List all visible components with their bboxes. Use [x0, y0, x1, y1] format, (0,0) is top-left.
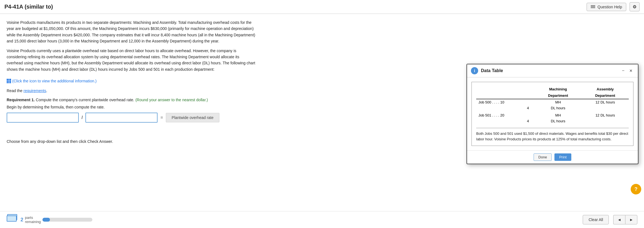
data-table-footer: Done Print — [467, 150, 638, 164]
green-hint: (Round your answer to the nearest dollar… — [135, 98, 208, 102]
progress-bar — [42, 218, 92, 222]
page-title: P4-41A (similar to) — [4, 4, 53, 10]
choose-instruction: Choose from any drop-down list and then … — [7, 139, 256, 144]
formula-input-1[interactable] — [7, 113, 79, 123]
formula-result: Plantwide overhead rate — [166, 113, 219, 122]
col-header-machining-top: Machining — [534, 86, 582, 92]
gear-button[interactable]: ⚙ — [630, 2, 640, 11]
list-icon — [591, 5, 596, 9]
paragraph2: Voisine Products currently uses a plantw… — [7, 48, 256, 73]
table-row: 4 DL hours — [476, 105, 629, 111]
grid-icon — [7, 79, 11, 83]
table-row: Job 501 . . . . 20 MH 12 DL hours — [476, 111, 629, 118]
data-table-note: Both Jobs 500 and 501 used $1,500 of dir… — [476, 128, 629, 142]
bottom-bar: 2 parts remaining Clear All ◄ ► — [0, 211, 644, 228]
formula-input-2[interactable] — [85, 113, 158, 123]
data-table-overlay: i Data Table − × — [466, 64, 638, 164]
question-help-button[interactable]: Question Help — [587, 3, 626, 11]
col-header-empty — [476, 86, 534, 92]
content-area: Voisine Products manufactures its produc… — [0, 14, 644, 211]
click-icon-link[interactable]: (Click the icon to view the additional i… — [7, 78, 97, 84]
click-icon-line: (Click the icon to view the additional i… — [7, 76, 256, 84]
data-table-inner: Machining Assembly Department Department — [471, 82, 633, 146]
formula-divider-slash: / — [82, 115, 83, 120]
nav-arrows: ◄ ► — [613, 215, 637, 224]
svg-rect-0 — [591, 5, 595, 6]
requirements-line: Read the requirements. — [7, 88, 256, 94]
requirement-section: Requirement 1. Compute the company's cur… — [7, 98, 256, 123]
bottom-left: 2 parts remaining — [7, 214, 92, 225]
col-header-assembly-bottom: Department — [582, 92, 629, 99]
title-bar: P4-41A (similar to) Question Help ⚙ — [0, 0, 644, 14]
paragraph1: Voisine Products manufactures its produc… — [7, 19, 256, 44]
minimize-button[interactable]: − — [620, 68, 626, 74]
requirements-link[interactable]: requirements — [24, 88, 46, 93]
svg-rect-2 — [591, 7, 595, 8]
data-table-title: Data Table — [481, 68, 503, 73]
col-header-empty-2 — [476, 92, 534, 99]
problem-text: Voisine Products manufactures its produc… — [7, 19, 256, 94]
print-button[interactable]: Print — [554, 153, 571, 161]
main-window: P4-41A (similar to) Question Help ⚙ Vois… — [0, 0, 644, 228]
svg-rect-1 — [591, 6, 595, 7]
data-table: Machining Assembly Department Department — [476, 86, 629, 124]
parts-icon — [7, 214, 18, 225]
info-icon: i — [471, 67, 478, 74]
clear-all-button[interactable]: Clear All — [583, 215, 609, 224]
nav-right-button[interactable]: ► — [625, 215, 637, 224]
formula-equals: = — [160, 115, 163, 120]
help-bubble-button[interactable]: ? — [631, 184, 641, 194]
data-table-header: i Data Table − × — [467, 64, 638, 77]
nav-left-button[interactable]: ◄ — [613, 215, 625, 224]
requirement-title: Requirement 1. Compute the company's cur… — [7, 98, 256, 102]
formula-instruction: Begin by determining the formula, then c… — [7, 105, 256, 109]
parts-number: 2 — [21, 217, 23, 223]
data-table-content: Machining Assembly Department Department — [467, 77, 638, 150]
close-button[interactable]: × — [628, 67, 634, 74]
col-header-machining-bottom: Department — [534, 92, 582, 99]
table-row: 4 DL hours — [476, 118, 629, 124]
progress-bar-fill — [42, 218, 50, 222]
formula-row: / = Plantwide overhead rate — [7, 113, 256, 123]
data-table-title-area: i Data Table — [471, 67, 503, 74]
done-button[interactable]: Done — [534, 153, 552, 161]
parts-remaining-label: parts remaining — [25, 216, 41, 224]
col-header-assembly-top: Assembly — [582, 86, 629, 92]
table-row: Job 500 . . . . 10 MH 12 DL hours — [476, 99, 629, 105]
data-table-controls: − × — [620, 67, 634, 74]
bottom-right: Clear All ◄ ► — [583, 215, 637, 224]
title-bar-right: Question Help ⚙ — [587, 2, 640, 11]
parts-info: 2 parts remaining — [21, 216, 92, 224]
